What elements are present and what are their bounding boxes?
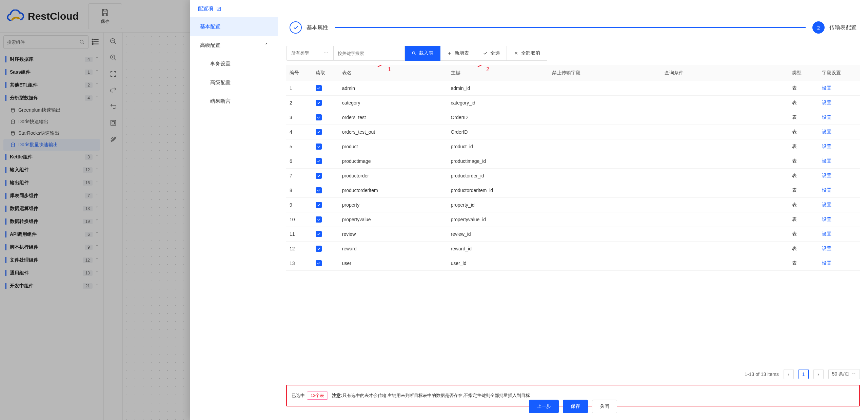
row-settings-link[interactable]: 设置	[822, 85, 831, 91]
col-field: 字段设置	[818, 65, 860, 81]
step1-done-icon	[290, 21, 302, 34]
svg-point-13	[412, 52, 415, 54]
nav-advanced[interactable]: 高级配置˄	[190, 36, 278, 55]
row-settings-link[interactable]: 设置	[822, 246, 831, 251]
table-row[interactable]: 13 user user_id 表 设置	[286, 256, 860, 271]
pager-range: 1-13 of 13 items	[745, 371, 778, 377]
row-settings-link[interactable]: 设置	[822, 158, 831, 164]
config-title: 配置项	[198, 5, 860, 12]
row-settings-link[interactable]: 设置	[822, 173, 831, 178]
pagination: 1-13 of 13 items ‹ 1 › 50 条/页﹀	[286, 364, 860, 385]
check-icon	[483, 51, 488, 56]
step2-label: 传输表配置	[829, 24, 856, 31]
nav-basic[interactable]: 基本配置	[190, 17, 278, 36]
search-icon	[412, 51, 416, 56]
step-line	[335, 27, 806, 28]
step1-label: 基本属性	[307, 24, 328, 31]
table-row[interactable]: 3 orders_test OrderID 表 设置	[286, 110, 860, 125]
row-checkbox[interactable]	[316, 173, 322, 179]
step2-number: 2	[812, 21, 825, 34]
row-settings-link[interactable]: 设置	[822, 231, 831, 236]
row-checkbox[interactable]	[316, 85, 322, 91]
stepper: 基本属性 2 传输表配置	[286, 12, 860, 46]
pager-prev[interactable]: ‹	[784, 369, 794, 379]
col-pk: 主键	[448, 65, 549, 81]
col-type: 类型	[789, 65, 818, 81]
notice-bold: 注意:	[332, 393, 342, 399]
selected-count-badge: 13个表	[307, 392, 328, 400]
notice-prefix: 已选中	[292, 393, 305, 399]
close-button[interactable]: 关闭	[592, 400, 617, 413]
table-row[interactable]: 11 review review_id 表 设置	[286, 227, 860, 242]
keyword-input[interactable]	[334, 46, 405, 61]
row-settings-link[interactable]: 设置	[822, 260, 831, 266]
row-checkbox[interactable]	[316, 202, 322, 208]
table-row[interactable]: 9 property property_id 表 设置	[286, 198, 860, 212]
row-settings-link[interactable]: 设置	[822, 187, 831, 193]
tables-grid: 编号 读取 表名 主键 禁止传输字段 查询条件 类型 字段设置 1 admin …	[286, 65, 860, 271]
config-modal: 配置项 基本配置 高级配置˄ 事务设置 高级配置 结果断言 基本属性	[190, 0, 868, 420]
load-tables-button[interactable]: 载入表	[405, 46, 440, 61]
nav-assert[interactable]: 结果断言	[190, 92, 278, 111]
table-row[interactable]: 6 productimage productimage_id 表 设置	[286, 154, 860, 169]
col-cond: 查询条件	[661, 65, 789, 81]
col-idx: 编号	[286, 65, 312, 81]
row-checkbox[interactable]	[316, 246, 322, 252]
row-checkbox[interactable]	[316, 260, 322, 266]
row-settings-link[interactable]: 设置	[822, 202, 831, 207]
row-settings-link[interactable]: 设置	[822, 144, 831, 149]
pager-size-select[interactable]: 50 条/页﹀	[828, 369, 860, 379]
link-icon	[216, 6, 221, 12]
col-forbid: 禁止传输字段	[549, 65, 661, 81]
chevron-down-icon: ﹀	[324, 50, 329, 56]
row-settings-link[interactable]: 设置	[822, 216, 831, 222]
table-row[interactable]: 4 orders_test_out OrderID 表 设置	[286, 125, 860, 139]
close-icon	[514, 51, 518, 56]
select-all-button[interactable]: 全选	[476, 46, 507, 61]
table-row[interactable]: 8 productorderitem productorderitem_id 表…	[286, 183, 860, 198]
config-left-nav: 基本配置 高级配置˄ 事务设置 高级配置 结果断言	[190, 12, 278, 420]
row-settings-link[interactable]: 设置	[822, 100, 831, 105]
row-settings-link[interactable]: 设置	[822, 114, 831, 120]
table-row[interactable]: 10 propertyvalue propertyvalue_id 表 设置	[286, 212, 860, 227]
nav-tx[interactable]: 事务设置	[190, 55, 278, 73]
row-checkbox[interactable]	[316, 158, 322, 164]
pager-page-1[interactable]: 1	[798, 369, 809, 379]
chevron-down-icon: ﹀	[851, 371, 856, 377]
row-checkbox[interactable]	[316, 144, 322, 150]
row-checkbox[interactable]	[316, 231, 322, 237]
col-name: 表名	[339, 65, 448, 81]
notice-text: 只有选中的表才会传输,主键用来判断目标表中的数据是否存在,不指定主键则全部批量插…	[342, 393, 530, 399]
cancel-all-button[interactable]: 全部取消	[507, 46, 547, 61]
pager-next[interactable]: ›	[813, 369, 824, 379]
row-settings-link[interactable]: 设置	[822, 129, 831, 134]
row-checkbox[interactable]	[316, 187, 322, 193]
table-row[interactable]: 7 productorder productorder_id 表 设置	[286, 169, 860, 183]
nav-adv2[interactable]: 高级配置	[190, 73, 278, 92]
table-row[interactable]: 1 admin admin_id 表 设置	[286, 81, 860, 96]
row-checkbox[interactable]	[316, 100, 322, 106]
row-checkbox[interactable]	[316, 114, 322, 120]
add-table-button[interactable]: 新增表	[440, 46, 476, 61]
chevron-up-icon: ˄	[265, 42, 268, 49]
plus-icon	[447, 51, 452, 56]
col-read: 读取	[312, 65, 338, 81]
save-button[interactable]: 保存	[563, 400, 588, 413]
table-row[interactable]: 2 category category_id 表 设置	[286, 96, 860, 110]
type-filter-select[interactable]: 所有类型 ﹀	[286, 46, 334, 61]
row-checkbox[interactable]	[316, 129, 322, 135]
table-row[interactable]: 12 reward reward_id 表 设置	[286, 242, 860, 256]
table-row[interactable]: 5 product product_id 表 设置	[286, 139, 860, 154]
prev-step-button[interactable]: 上一步	[529, 400, 559, 413]
row-checkbox[interactable]	[316, 216, 322, 223]
